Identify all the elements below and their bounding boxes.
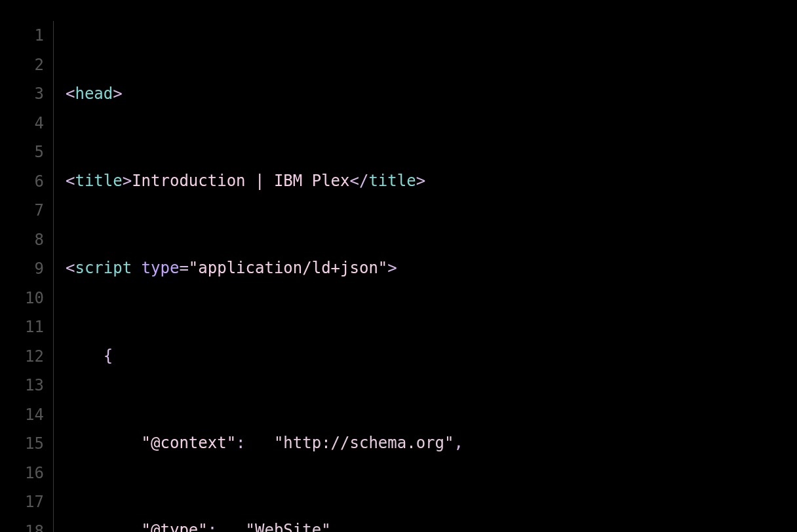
code-editor[interactable]: 1 2 3 4 5 6 7 8 9 10 11 12 13 14 15 16 1… bbox=[0, 0, 797, 532]
line-number: 17 bbox=[0, 487, 44, 517]
line-number-gutter: 1 2 3 4 5 6 7 8 9 10 11 12 13 14 15 16 1… bbox=[0, 21, 54, 532]
code-line: "@type": "WebSite", bbox=[66, 516, 797, 532]
line-number: 13 bbox=[0, 371, 44, 400]
line-number: 7 bbox=[0, 196, 44, 225]
line-number: 5 bbox=[0, 138, 44, 167]
line-number: 18 bbox=[0, 517, 44, 533]
line-number: 14 bbox=[0, 400, 44, 430]
line-number: 11 bbox=[0, 313, 44, 342]
code-line: <script type="application/ld+json"> bbox=[66, 254, 797, 283]
line-number: 4 bbox=[0, 109, 44, 138]
line-number: 6 bbox=[0, 167, 44, 197]
code-line: <title>Introduction | IBM Plex</title> bbox=[66, 166, 797, 196]
line-number: 9 bbox=[0, 254, 44, 284]
line-number: 16 bbox=[0, 459, 44, 488]
code-line: { bbox=[66, 341, 797, 371]
code-content[interactable]: <head> <title>Introduction | IBM Plex</t… bbox=[54, 21, 797, 532]
code-line: "@context": "http://schema.org", bbox=[66, 428, 797, 458]
line-number: 1 bbox=[0, 21, 44, 50]
line-number: 3 bbox=[0, 79, 44, 109]
line-number: 8 bbox=[0, 225, 44, 255]
code-line: <head> bbox=[66, 79, 797, 109]
line-number: 12 bbox=[0, 342, 44, 371]
line-number: 2 bbox=[0, 50, 44, 80]
line-number: 10 bbox=[0, 284, 44, 313]
line-number: 15 bbox=[0, 429, 44, 459]
